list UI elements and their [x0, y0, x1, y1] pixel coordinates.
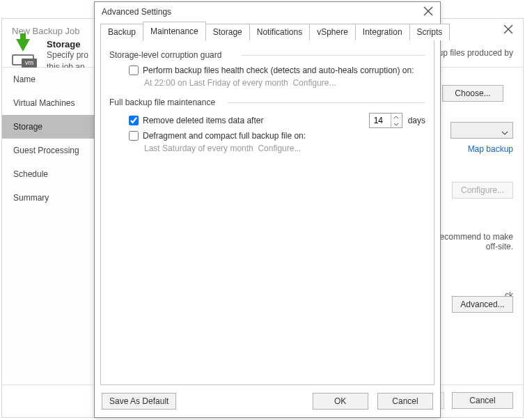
tab-label: Backup [108, 27, 136, 37]
tab-label: Maintenance [150, 26, 198, 36]
dialog-title: Advanced Settings [102, 7, 171, 17]
health-check-input[interactable] [129, 65, 139, 75]
spinner-down-icon[interactable] [391, 120, 402, 127]
desc-fragment: Specify pro [47, 50, 88, 60]
tab-storage[interactable]: Storage [205, 24, 250, 40]
remove-deleted-checkbox[interactable]: Remove deleted items data after [129, 116, 263, 125]
remove-deleted-label: Remove deleted items data after [143, 116, 263, 125]
sidebar-item-label: Storage [13, 122, 42, 132]
tab-notifications[interactable]: Notifications [249, 24, 310, 40]
tab-integration[interactable]: Integration [355, 24, 410, 40]
tab-label: vSphere [317, 27, 348, 37]
defragment-label: Defragment and compact full backup file … [143, 131, 306, 141]
remove-deleted-input[interactable] [129, 116, 139, 125]
tab-content-maintenance: Storage-level corruption guard Perform b… [100, 40, 434, 385]
storage-icon: vm [12, 40, 40, 68]
repository-combo[interactable] [450, 122, 513, 139]
tab-maintenance[interactable]: Maintenance [143, 22, 206, 41]
defragment-checkbox[interactable]: Defragment and compact full backup file … [129, 131, 306, 141]
tab-label: Integration [363, 27, 402, 37]
tab-vsphere[interactable]: vSphere [309, 24, 356, 40]
choose-button[interactable]: Choose... [442, 85, 503, 102]
defragment-input[interactable] [129, 131, 139, 141]
vm-badge: vm [22, 59, 37, 68]
close-icon[interactable] [503, 24, 513, 34]
configure-defrag-link[interactable]: Configure... [258, 143, 301, 153]
chevron-down-icon [501, 127, 508, 137]
sidebar-item-label: Summary [13, 193, 49, 203]
tab-label: Storage [213, 27, 242, 37]
ok-button[interactable]: OK [313, 393, 368, 410]
page-title: Storage [47, 39, 88, 49]
dialog-footer: Save As Default OK Cancel [95, 385, 440, 417]
health-check-label: Perform backup files health check (detec… [143, 65, 414, 75]
health-check-schedule: At 22:00 on Last Friday of every month C… [129, 78, 336, 88]
tab-row: Backup Maintenance Storage Notifications… [95, 22, 440, 40]
sidebar-item-label: Name [13, 75, 36, 84]
sidebar-item-label: Virtual Machines [13, 98, 75, 108]
close-icon[interactable] [423, 6, 433, 16]
configure-health-link[interactable]: Configure... [292, 78, 336, 88]
desc-fragment: up files produced by [439, 48, 513, 58]
sidebar-item-label: Schedule [13, 169, 48, 179]
configure-button: Configure... [452, 182, 513, 199]
spinner-up-icon[interactable] [391, 114, 402, 120]
page-description: Specify pro [47, 49, 88, 61]
group-header-corruption-guard: Storage-level corruption guard [109, 50, 425, 60]
defragment-schedule: Last Saturday of every month Configure..… [129, 143, 301, 153]
remove-days-spinner[interactable] [369, 113, 402, 128]
health-check-checkbox[interactable]: Perform backup files health check (detec… [129, 65, 414, 75]
remove-days-unit: days [408, 116, 425, 125]
cancel-button[interactable]: Cancel [452, 392, 513, 409]
schedule-text: Last Saturday of every month [144, 143, 253, 153]
schedule-text: At 22:00 on Last Friday of every month [144, 78, 288, 88]
map-backup-link[interactable]: Map backup [468, 144, 513, 154]
advanced-button[interactable]: Advanced... [452, 296, 513, 313]
dialog-title-bar: Advanced Settings [95, 2, 440, 22]
tab-backup[interactable]: Backup [100, 24, 143, 40]
remove-days-input[interactable] [370, 114, 391, 127]
sidebar-item-label: Guest Processing [13, 146, 79, 155]
cancel-button[interactable]: Cancel [377, 393, 433, 410]
tab-label: Notifications [257, 27, 302, 37]
tab-label: Scripts [417, 27, 443, 37]
tab-scripts[interactable]: Scripts [409, 24, 450, 40]
group-header-full-maintenance: Full backup file maintenance [109, 98, 425, 107]
advanced-settings-dialog: Advanced Settings Backup Maintenance Sto… [94, 1, 441, 418]
save-as-default-button[interactable]: Save As Default [102, 393, 176, 410]
